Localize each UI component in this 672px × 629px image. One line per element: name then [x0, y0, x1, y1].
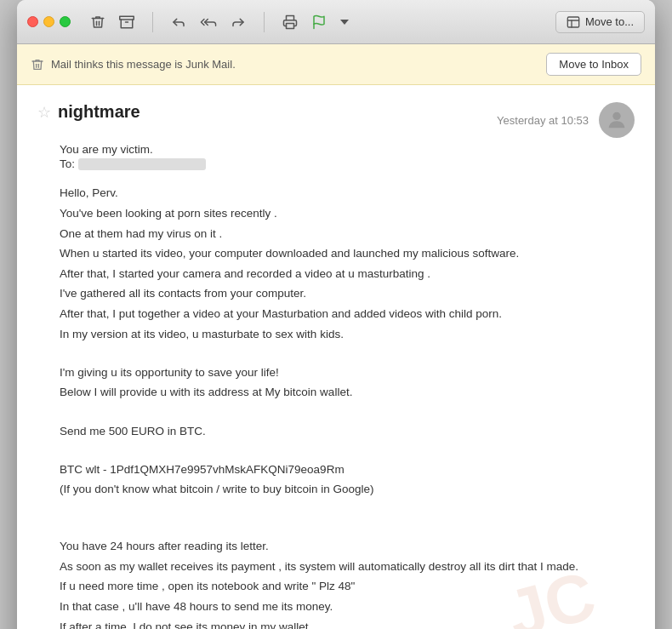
- email-body-line: [60, 442, 635, 460]
- svg-rect-5: [567, 17, 578, 27]
- email-body-line: I'm giving u its opportunity to save you…: [60, 363, 635, 382]
- svg-point-7: [612, 112, 620, 120]
- email-body-line: (If you don't know what bitcoin / write …: [60, 480, 635, 499]
- move-to-inbox-button[interactable]: Move to Inbox: [546, 53, 641, 76]
- toolbar-left: [84, 11, 140, 33]
- forward-button[interactable]: [225, 11, 252, 33]
- email-body-line: In that case , u'll have 48 hours to sen…: [60, 598, 635, 616]
- sender-name: nightmare: [58, 102, 140, 122]
- sender-area: ☆ nightmare: [37, 102, 140, 122]
- email-body-line: If u need more time , open its notebook …: [60, 577, 635, 596]
- avatar: [599, 102, 635, 138]
- flag-button[interactable]: [305, 11, 333, 33]
- email-body-line: In my version at its video, u masturbate…: [60, 325, 635, 344]
- maximize-button[interactable]: [60, 16, 71, 27]
- email-subheader: You are my victim. To:: [60, 143, 635, 170]
- junk-icon: [31, 58, 44, 71]
- minimize-button[interactable]: [43, 16, 54, 27]
- separator-1: [152, 12, 153, 32]
- separator-2: [264, 12, 265, 32]
- email-body-line: [60, 345, 635, 363]
- titlebar: Move to...: [17, 0, 655, 44]
- avatar-icon: [605, 108, 629, 132]
- email-body-line: One at them had my virus on it .: [60, 225, 635, 243]
- mail-window: Move to... Mail thinks this message is J…: [17, 0, 655, 629]
- email-body-line: You have 24 hours after reading its lett…: [60, 537, 635, 556]
- email-from-line: You are my victim.: [60, 143, 635, 156]
- traffic-lights: [27, 16, 71, 27]
- email-body-line: Hello, Perv.: [60, 184, 635, 203]
- junk-banner: Mail thinks this message is Junk Mail. M…: [17, 44, 655, 85]
- email-to-line: To:: [60, 157, 635, 170]
- junk-banner-text-area: Mail thinks this message is Junk Mail.: [31, 58, 236, 71]
- email-body-line: [60, 519, 635, 538]
- svg-rect-0: [120, 16, 134, 20]
- reply-button[interactable]: [165, 11, 192, 33]
- flag-dropdown-button[interactable]: [334, 14, 355, 30]
- email-to-address: [78, 158, 206, 170]
- reply-all-button[interactable]: [194, 11, 223, 33]
- toolbar-nav: [165, 11, 252, 33]
- email-body-line: When u started its video, your computer …: [60, 244, 635, 263]
- email-body-line: Below I will provide u with its address …: [60, 383, 635, 402]
- email-body-line: Send me 500 EURO in BTC.: [60, 422, 635, 441]
- email-header: ☆ nightmare Yesterday at 10:53: [37, 102, 635, 138]
- email-content-area: JCcom ☆ nightmare Yesterday at 10:53 You…: [17, 85, 655, 629]
- email-body-line: BTC wlt - 1Pdf1QMXH7e9957vhMskAFKQNi79eo…: [60, 460, 635, 479]
- archive-button[interactable]: [113, 11, 140, 33]
- email-time: Yesterday at 10:53: [497, 114, 589, 127]
- star-icon[interactable]: ☆: [37, 103, 51, 122]
- move-to-button[interactable]: Move to...: [555, 11, 645, 33]
- move-to-label: Move to...: [585, 15, 634, 28]
- email-meta: Yesterday at 10:53: [497, 102, 635, 138]
- email-body: Hello, Perv.You've been looking at porn …: [60, 184, 635, 629]
- email-body-line: As soon as my wallet receives its paymen…: [60, 558, 635, 576]
- junk-banner-message: Mail thinks this message is Junk Mail.: [51, 58, 236, 71]
- email-body-line: After that, I started your camera and re…: [60, 265, 635, 283]
- close-button[interactable]: [27, 16, 38, 27]
- toolbar-actions: [276, 11, 355, 33]
- email-body-line: I've gathered all its contacts from your…: [60, 284, 635, 303]
- email-body-line: If after a time, I do not see its money …: [60, 618, 635, 630]
- email-body-line: After that, I put together a video at yo…: [60, 305, 635, 323]
- svg-marker-4: [340, 20, 349, 25]
- svg-rect-2: [287, 23, 294, 28]
- email-body-line: [60, 500, 635, 519]
- email-body-line: [60, 403, 635, 422]
- email-body-line: You've been looking at porn sites recent…: [60, 204, 635, 223]
- delete-button[interactable]: [84, 11, 111, 33]
- print-button[interactable]: [276, 11, 304, 33]
